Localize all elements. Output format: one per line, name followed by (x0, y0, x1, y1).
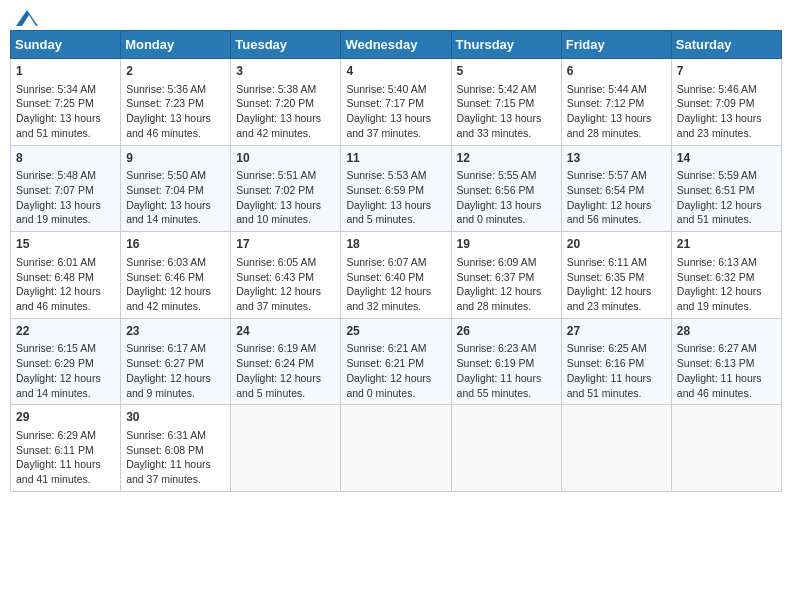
daylight-label: Daylight: 13 hours and 51 minutes. (16, 112, 101, 139)
sunrise-text: Sunrise: 6:27 AM (677, 342, 757, 354)
sunrise-text: Sunrise: 5:34 AM (16, 83, 96, 95)
daylight-label: Daylight: 12 hours and 32 minutes. (346, 285, 431, 312)
daylight-label: Daylight: 12 hours and 5 minutes. (236, 372, 321, 399)
calendar-cell: 28Sunrise: 6:27 AMSunset: 6:13 PMDayligh… (671, 318, 781, 405)
sunset-text: Sunset: 6:32 PM (677, 271, 755, 283)
calendar-cell: 19Sunrise: 6:09 AMSunset: 6:37 PMDayligh… (451, 232, 561, 319)
day-number: 27 (567, 323, 666, 340)
calendar-cell: 26Sunrise: 6:23 AMSunset: 6:19 PMDayligh… (451, 318, 561, 405)
calendar-cell (341, 405, 451, 492)
daylight-label: Daylight: 13 hours and 33 minutes. (457, 112, 542, 139)
sunrise-text: Sunrise: 6:29 AM (16, 429, 96, 441)
sunset-text: Sunset: 6:16 PM (567, 357, 645, 369)
calendar-cell: 16Sunrise: 6:03 AMSunset: 6:46 PMDayligh… (121, 232, 231, 319)
daylight-label: Daylight: 12 hours and 51 minutes. (677, 199, 762, 226)
sunrise-text: Sunrise: 5:40 AM (346, 83, 426, 95)
sunset-text: Sunset: 6:51 PM (677, 184, 755, 196)
daylight-label: Daylight: 11 hours and 37 minutes. (126, 458, 211, 485)
daylight-label: Daylight: 13 hours and 42 minutes. (236, 112, 321, 139)
day-number: 25 (346, 323, 445, 340)
daylight-label: Daylight: 12 hours and 56 minutes. (567, 199, 652, 226)
sunset-text: Sunset: 6:59 PM (346, 184, 424, 196)
sunrise-text: Sunrise: 6:01 AM (16, 256, 96, 268)
day-number: 28 (677, 323, 776, 340)
sunrise-text: Sunrise: 6:21 AM (346, 342, 426, 354)
column-header-saturday: Saturday (671, 31, 781, 59)
calendar-cell: 12Sunrise: 5:55 AMSunset: 6:56 PMDayligh… (451, 145, 561, 232)
sunset-text: Sunset: 7:20 PM (236, 97, 314, 109)
calendar-cell: 21Sunrise: 6:13 AMSunset: 6:32 PMDayligh… (671, 232, 781, 319)
day-number: 13 (567, 150, 666, 167)
column-header-wednesday: Wednesday (341, 31, 451, 59)
day-number: 15 (16, 236, 115, 253)
calendar-cell: 6Sunrise: 5:44 AMSunset: 7:12 PMDaylight… (561, 59, 671, 146)
calendar-cell: 22Sunrise: 6:15 AMSunset: 6:29 PMDayligh… (11, 318, 121, 405)
day-number: 10 (236, 150, 335, 167)
sunrise-text: Sunrise: 6:19 AM (236, 342, 316, 354)
calendar-cell: 25Sunrise: 6:21 AMSunset: 6:21 PMDayligh… (341, 318, 451, 405)
calendar-cell: 23Sunrise: 6:17 AMSunset: 6:27 PMDayligh… (121, 318, 231, 405)
calendar-cell: 9Sunrise: 5:50 AMSunset: 7:04 PMDaylight… (121, 145, 231, 232)
day-number: 11 (346, 150, 445, 167)
column-header-thursday: Thursday (451, 31, 561, 59)
daylight-label: Daylight: 12 hours and 28 minutes. (457, 285, 542, 312)
calendar-cell: 29Sunrise: 6:29 AMSunset: 6:11 PMDayligh… (11, 405, 121, 492)
sunrise-text: Sunrise: 5:59 AM (677, 169, 757, 181)
sunset-text: Sunset: 6:43 PM (236, 271, 314, 283)
sunset-text: Sunset: 6:11 PM (16, 444, 94, 456)
calendar-cell: 18Sunrise: 6:07 AMSunset: 6:40 PMDayligh… (341, 232, 451, 319)
logo-icon (16, 10, 38, 26)
sunrise-text: Sunrise: 5:42 AM (457, 83, 537, 95)
daylight-label: Daylight: 13 hours and 10 minutes. (236, 199, 321, 226)
daylight-label: Daylight: 13 hours and 46 minutes. (126, 112, 211, 139)
sunset-text: Sunset: 6:21 PM (346, 357, 424, 369)
calendar-cell: 5Sunrise: 5:42 AMSunset: 7:15 PMDaylight… (451, 59, 561, 146)
sunset-text: Sunset: 7:07 PM (16, 184, 94, 196)
calendar-cell: 4Sunrise: 5:40 AMSunset: 7:17 PMDaylight… (341, 59, 451, 146)
calendar-cell (451, 405, 561, 492)
day-number: 2 (126, 63, 225, 80)
daylight-label: Daylight: 12 hours and 23 minutes. (567, 285, 652, 312)
day-number: 29 (16, 409, 115, 426)
sunrise-text: Sunrise: 6:15 AM (16, 342, 96, 354)
sunset-text: Sunset: 6:37 PM (457, 271, 535, 283)
sunrise-text: Sunrise: 5:44 AM (567, 83, 647, 95)
day-number: 14 (677, 150, 776, 167)
sunrise-text: Sunrise: 6:05 AM (236, 256, 316, 268)
daylight-label: Daylight: 13 hours and 23 minutes. (677, 112, 762, 139)
sunrise-text: Sunrise: 5:38 AM (236, 83, 316, 95)
sunrise-text: Sunrise: 6:23 AM (457, 342, 537, 354)
sunrise-text: Sunrise: 5:57 AM (567, 169, 647, 181)
daylight-label: Daylight: 11 hours and 41 minutes. (16, 458, 101, 485)
calendar-cell: 15Sunrise: 6:01 AMSunset: 6:48 PMDayligh… (11, 232, 121, 319)
daylight-label: Daylight: 12 hours and 46 minutes. (16, 285, 101, 312)
sunset-text: Sunset: 6:54 PM (567, 184, 645, 196)
sunset-text: Sunset: 6:29 PM (16, 357, 94, 369)
daylight-label: Daylight: 13 hours and 19 minutes. (16, 199, 101, 226)
day-number: 22 (16, 323, 115, 340)
sunrise-text: Sunrise: 6:09 AM (457, 256, 537, 268)
sunset-text: Sunset: 7:15 PM (457, 97, 535, 109)
header-row: SundayMondayTuesdayWednesdayThursdayFrid… (11, 31, 782, 59)
sunset-text: Sunset: 6:56 PM (457, 184, 535, 196)
calendar-cell: 1Sunrise: 5:34 AMSunset: 7:25 PMDaylight… (11, 59, 121, 146)
day-number: 16 (126, 236, 225, 253)
sunrise-text: Sunrise: 6:25 AM (567, 342, 647, 354)
sunrise-text: Sunrise: 6:03 AM (126, 256, 206, 268)
day-number: 23 (126, 323, 225, 340)
calendar-cell: 14Sunrise: 5:59 AMSunset: 6:51 PMDayligh… (671, 145, 781, 232)
sunset-text: Sunset: 6:48 PM (16, 271, 94, 283)
calendar-cell: 30Sunrise: 6:31 AMSunset: 6:08 PMDayligh… (121, 405, 231, 492)
calendar-cell: 11Sunrise: 5:53 AMSunset: 6:59 PMDayligh… (341, 145, 451, 232)
sunrise-text: Sunrise: 5:53 AM (346, 169, 426, 181)
calendar-cell (561, 405, 671, 492)
sunset-text: Sunset: 7:17 PM (346, 97, 424, 109)
sunrise-text: Sunrise: 6:11 AM (567, 256, 647, 268)
day-number: 19 (457, 236, 556, 253)
page-header (10, 10, 782, 22)
logo (14, 10, 38, 22)
daylight-label: Daylight: 11 hours and 55 minutes. (457, 372, 542, 399)
week-row-1: 1Sunrise: 5:34 AMSunset: 7:25 PMDaylight… (11, 59, 782, 146)
sunset-text: Sunset: 7:04 PM (126, 184, 204, 196)
week-row-5: 29Sunrise: 6:29 AMSunset: 6:11 PMDayligh… (11, 405, 782, 492)
